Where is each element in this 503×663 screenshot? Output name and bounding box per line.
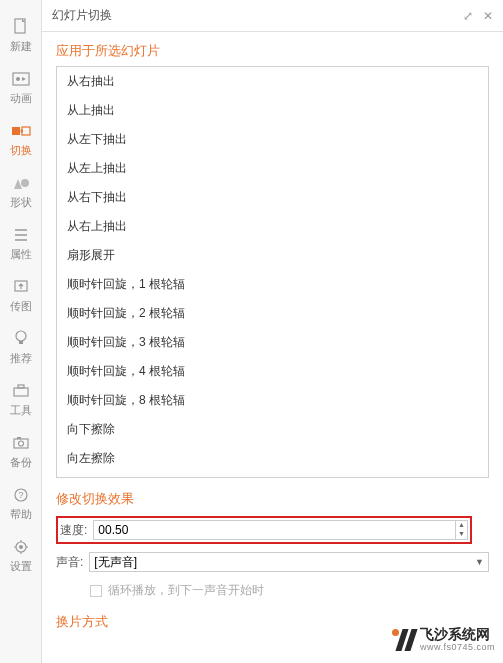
help-icon: ? [11, 486, 31, 504]
speed-label: 速度: [60, 522, 87, 539]
watermark-title: 飞沙系统网 [420, 627, 495, 642]
upload-icon [11, 278, 31, 296]
sound-select[interactable]: [无声音] ▼ [89, 552, 489, 572]
main-panel: 幻灯片切换 ⤢ ✕ 应用于所选幻灯片 从右抽出从上抽出从左下抽出从左上抽出从右下… [42, 0, 503, 663]
sidebar-item-backup[interactable]: 备份 [0, 426, 41, 478]
sidebar-label: 推荐 [10, 351, 32, 366]
svg-rect-15 [17, 437, 21, 439]
svg-point-19 [19, 545, 23, 549]
svg-rect-3 [12, 127, 20, 135]
list-item[interactable]: 顺时针回旋，4 根轮辐 [57, 357, 488, 386]
svg-rect-10 [19, 341, 23, 344]
sidebar: 新建 动画 切换 形状 属性 传图 推荐 工具 [0, 0, 42, 663]
svg-point-9 [16, 331, 26, 341]
transition-listbox[interactable]: 从右抽出从上抽出从左下抽出从左上抽出从右下抽出从右上抽出扇形展开顺时针回旋，1 … [56, 66, 489, 478]
sidebar-label: 切换 [10, 143, 32, 158]
list-item[interactable]: 向下擦除 [57, 415, 488, 444]
toolbox-icon [11, 382, 31, 400]
camera-icon [11, 434, 31, 452]
svg-point-2 [16, 77, 20, 81]
content: 应用于所选幻灯片 从右抽出从上抽出从左下抽出从左上抽出从右下抽出从右上抽出扇形展… [42, 32, 503, 663]
modify-section-title: 修改切换效果 [56, 490, 489, 508]
list-item[interactable]: 顺时针回旋，8 根轮辐 [57, 386, 488, 415]
sidebar-item-recommend[interactable]: 推荐 [0, 322, 41, 374]
svg-text:?: ? [18, 490, 23, 500]
sidebar-item-upload[interactable]: 传图 [0, 270, 41, 322]
sidebar-item-settings[interactable]: 设置 [0, 530, 41, 582]
sidebar-label: 工具 [10, 403, 32, 418]
list-icon [11, 226, 31, 244]
list-item[interactable]: 从左上抽出 [57, 154, 488, 183]
watermark: 飞沙系统网 www.fs0745.com [390, 627, 495, 653]
loop-checkbox-row[interactable]: 循环播放，到下一声音开始时 [90, 582, 489, 599]
spin-up-icon[interactable]: ▲ [456, 521, 467, 530]
speed-input[interactable] [94, 523, 455, 537]
close-icon[interactable]: ✕ [483, 9, 493, 23]
speed-highlight: 速度: ▲ ▼ [56, 516, 472, 544]
sidebar-item-shape[interactable]: 形状 [0, 166, 41, 218]
list-item[interactable]: 顺时针回旋，2 根轮辐 [57, 299, 488, 328]
sidebar-label: 备份 [10, 455, 32, 470]
sidebar-item-tools[interactable]: 工具 [0, 374, 41, 426]
sidebar-label: 新建 [10, 39, 32, 54]
loop-checkbox[interactable] [90, 585, 102, 597]
expand-icon[interactable]: ⤢ [463, 9, 473, 23]
file-icon [11, 18, 31, 36]
list-item[interactable]: 扇形展开 [57, 241, 488, 270]
sidebar-label: 传图 [10, 299, 32, 314]
svg-point-14 [18, 441, 23, 446]
watermark-logo-icon [390, 627, 416, 653]
list-item[interactable]: 顺时针回旋，3 根轮辐 [57, 328, 488, 357]
topbar: 幻灯片切换 ⤢ ✕ [42, 0, 503, 32]
loop-label: 循环播放，到下一声音开始时 [108, 582, 264, 599]
svg-rect-11 [14, 388, 28, 396]
sound-value: [无声音] [94, 554, 137, 571]
apply-section-title: 应用于所选幻灯片 [56, 42, 489, 60]
sidebar-item-transition[interactable]: 切换 [0, 114, 41, 166]
sidebar-item-help[interactable]: ? 帮助 [0, 478, 41, 530]
bulb-icon [11, 330, 31, 348]
list-item[interactable]: 顺时针回旋，1 根轮辐 [57, 270, 488, 299]
sidebar-label: 帮助 [10, 507, 32, 522]
sidebar-label: 形状 [10, 195, 32, 210]
list-item[interactable]: 从右上抽出 [57, 212, 488, 241]
list-item[interactable]: 从上抽出 [57, 96, 488, 125]
list-item[interactable]: 从右抽出 [57, 67, 488, 96]
sound-label: 声音: [56, 554, 83, 571]
svg-rect-12 [18, 385, 24, 388]
shape-icon [11, 174, 31, 192]
list-item[interactable]: 从左下抽出 [57, 125, 488, 154]
sidebar-label: 属性 [10, 247, 32, 262]
svg-rect-1 [13, 73, 29, 85]
panel-title: 幻灯片切换 [52, 7, 112, 24]
transition-icon [11, 122, 31, 140]
list-item[interactable]: 向右擦除 [57, 473, 488, 478]
sidebar-item-anim[interactable]: 动画 [0, 62, 41, 114]
watermark-url: www.fs0745.com [420, 643, 495, 653]
gear-icon [11, 538, 31, 556]
sidebar-label: 设置 [10, 559, 32, 574]
anim-icon [11, 70, 31, 88]
chevron-down-icon: ▼ [475, 557, 484, 567]
svg-rect-13 [14, 439, 28, 448]
list-item[interactable]: 向左擦除 [57, 444, 488, 473]
spin-down-icon[interactable]: ▼ [456, 530, 467, 539]
sidebar-item-props[interactable]: 属性 [0, 218, 41, 270]
list-item[interactable]: 从右下抽出 [57, 183, 488, 212]
sidebar-label: 动画 [10, 91, 32, 106]
speed-spinner[interactable]: ▲ ▼ [93, 520, 468, 540]
sidebar-item-new[interactable]: 新建 [0, 10, 41, 62]
